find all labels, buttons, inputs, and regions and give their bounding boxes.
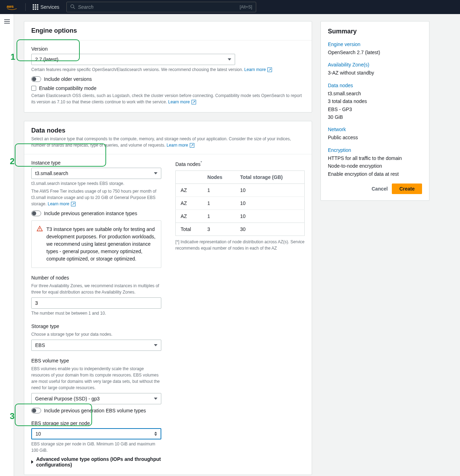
aws-logo[interactable]: aws [6, 4, 18, 10]
sum-dn-val-2: EBS - GP3 [328, 105, 422, 113]
external-link-icon [190, 99, 196, 104]
datanodes-sub: Select an instance type that corresponds… [31, 136, 305, 148]
instance-type-hint1: t3.small.search instance type needs EBS … [31, 180, 161, 187]
table-note: [*] Indicative representation of node di… [175, 239, 305, 251]
storage-type-value: EBS [35, 342, 45, 348]
version-learn-more[interactable]: Learn more [244, 67, 272, 72]
services-menu[interactable]: Services [33, 4, 59, 10]
compat-label: Enable compatibility mode [39, 85, 96, 91]
sum-dn-val-3: 30 GiB [328, 113, 422, 121]
compat-hint: Certain Elasticsearch OSS clients, such … [31, 92, 305, 105]
num-nodes-constraint: The number must be between 1 and 10. [31, 310, 161, 316]
storage-type-hint: Choose a storage type for your data node… [31, 331, 161, 337]
sum-enc-val-2: Enable encryption of data at rest [328, 170, 422, 178]
sum-az-val: 3-AZ without standby [328, 69, 422, 77]
create-button[interactable]: Create [392, 184, 422, 194]
data-nodes-table: Nodes Total storage (GB) AZ 1 10 [175, 171, 305, 236]
svg-text:aws: aws [7, 4, 14, 8]
num-nodes-label: Number of nodes [31, 275, 161, 281]
ebs-vol-select[interactable]: General Purpose (SSD) - gp3 [31, 393, 161, 404]
ebs-size-value: 10 [35, 431, 41, 437]
external-link-icon [70, 201, 76, 206]
compat-checkbox[interactable] [31, 86, 36, 91]
ebs-size-label: EBS storage size per node [31, 420, 161, 426]
warning-icon [37, 226, 43, 263]
chevron-down-icon [154, 344, 157, 346]
version-hint: Certain features require specific OpenSe… [31, 66, 305, 73]
hamburger-icon[interactable] [4, 18, 10, 25]
instance-type-hint2: The AWS Free Tier includes usage of up t… [31, 188, 161, 207]
table-row: AZ 1 10 [176, 184, 305, 197]
summary-title: Summary [328, 28, 422, 35]
table-row: AZ 1 10 [176, 197, 305, 210]
chevron-right-icon [31, 460, 33, 464]
table-row: AZ 1 10 [176, 210, 305, 223]
compat-learn-more[interactable]: Learn more [168, 99, 196, 104]
sum-engine-label: Engine version [328, 41, 422, 47]
include-prev-ebs-toggle[interactable] [31, 408, 41, 413]
cancel-button[interactable]: Cancel [371, 186, 388, 192]
svg-line-2 [73, 7, 75, 9]
chevron-down-icon [154, 172, 157, 174]
storage-type-select[interactable]: EBS [31, 340, 161, 351]
step-up-icon[interactable] [154, 432, 157, 433]
stepper-buttons[interactable] [154, 432, 157, 436]
svg-point-1 [71, 5, 74, 8]
version-value: 2.7 (latest) [35, 57, 58, 62]
storage-type-label: Storage type [31, 323, 161, 329]
include-prev-ebs-label: Include previous generation EBS volume t… [44, 408, 146, 413]
sum-net-val: Public access [328, 134, 422, 141]
global-search[interactable]: Search [Alt+S] [66, 2, 256, 12]
t3-warning-text: T3 instance types are suitable only for … [46, 226, 156, 263]
search-placeholder: Search [78, 4, 93, 10]
sum-dn-label: Data nodes [328, 83, 422, 88]
include-older-toggle[interactable] [31, 76, 41, 82]
annotation-2: 2 [10, 156, 14, 166]
th-storage: Total storage (GB) [235, 171, 304, 184]
engine-title: Engine options [31, 27, 305, 34]
step-down-icon[interactable] [154, 434, 157, 436]
grid-icon [33, 4, 38, 10]
chevron-down-icon [154, 398, 157, 400]
sum-enc-val-1: Node-to-node encryption [328, 162, 422, 170]
sum-enc-label: Encryption [328, 147, 422, 153]
include-prev-gen-toggle[interactable] [31, 211, 41, 216]
th-nodes: Nodes [202, 171, 235, 184]
external-link-icon [266, 67, 272, 72]
sum-az-label: Availability Zone(s) [328, 62, 422, 67]
sum-engine-val: OpenSearch 2.7 (latest) [328, 49, 422, 56]
annotation-1: 1 [11, 52, 15, 62]
datanodes-learn-more[interactable]: Learn more [167, 143, 194, 148]
data-nodes-panel: Data nodes Select an instance type that … [24, 121, 312, 475]
node-table-title: Data nodes* [175, 160, 305, 167]
advanced-volume-expander[interactable]: Advanced volume type options (IOPs and t… [31, 456, 161, 468]
sum-net-label: Network [328, 127, 422, 132]
annotation-3: 3 [10, 411, 14, 421]
advanced-label: Advanced volume type options (IOPs and t… [36, 456, 161, 468]
version-select[interactable]: 2.7 (latest) [31, 54, 235, 65]
num-nodes-hint: For three Availability Zones, we recomme… [31, 283, 161, 295]
instance-type-label: Instance type [31, 160, 161, 166]
num-nodes-input[interactable] [31, 297, 161, 309]
engine-options-panel: Engine options Version 2.7 (latest) Cert… [24, 21, 312, 112]
sum-dn-val-0: t3.small.search [328, 90, 422, 97]
external-link-icon [189, 143, 194, 148]
nav-divider [25, 3, 26, 11]
version-label: Version [31, 46, 305, 52]
top-nav: aws Services Search [Alt+S] [0, 0, 460, 14]
chevron-down-icon [228, 58, 231, 60]
search-icon [70, 4, 75, 10]
t3-warning: T3 instance types are suitable only for … [31, 220, 161, 268]
freetier-learn-more[interactable]: Learn more [48, 201, 76, 206]
summary-panel: Summary Engine version OpenSearch 2.7 (l… [320, 21, 429, 201]
instance-type-select[interactable]: t3.small.search [31, 168, 161, 179]
ebs-vol-hint: EBS volumes enable you to independently … [31, 366, 161, 391]
ebs-size-hint: EBS storage size per node in GiB. Minimu… [31, 441, 161, 454]
table-total-row: Total 3 30 [176, 223, 305, 236]
instance-type-value: t3.small.search [35, 171, 68, 176]
search-shortcut: [Alt+S] [240, 5, 252, 9]
include-older-label: Include older versions [44, 76, 92, 82]
ebs-vol-label: EBS volume type [31, 358, 161, 364]
left-rail [0, 14, 14, 476]
ebs-size-input[interactable]: 10 [31, 428, 161, 439]
